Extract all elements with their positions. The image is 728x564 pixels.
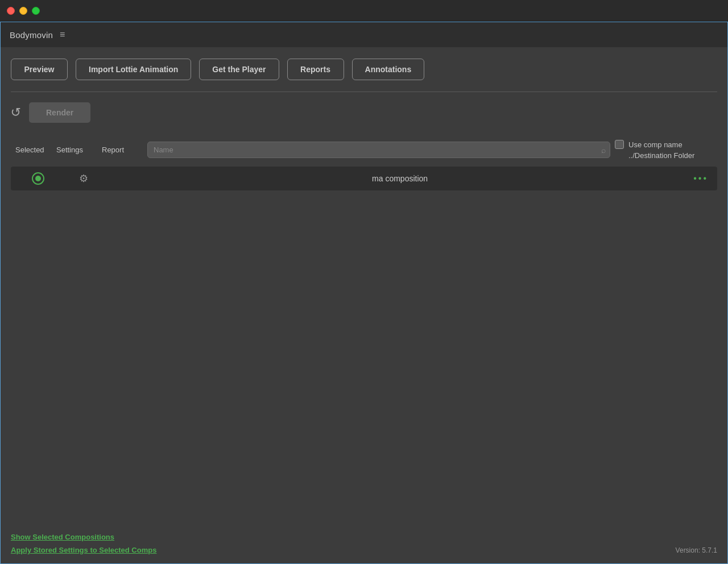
traffic-lights <box>7 7 40 15</box>
use-comp-name-label: Use comp name <box>628 140 682 149</box>
annotations-button[interactable]: Annotations <box>352 59 425 80</box>
menu-icon[interactable]: ≡ <box>60 30 65 40</box>
destination-folder-label: ../Destination Folder <box>615 151 694 160</box>
render-button[interactable]: Render <box>29 102 90 123</box>
title-bar <box>0 0 728 22</box>
show-selected-compositions-button[interactable]: Show Selected Compositions <box>11 533 156 541</box>
use-comp-name-row: Use comp name <box>615 140 682 149</box>
col-settings-header: Settings <box>56 146 102 154</box>
maximize-button[interactable] <box>32 7 40 15</box>
minimize-button[interactable] <box>19 7 27 15</box>
app-title: Bodymovin <box>10 30 53 40</box>
comp-selected-cell <box>15 172 61 185</box>
col-report-header: Report <box>102 146 147 154</box>
gear-icon: ⚙ <box>79 172 88 185</box>
footer: Show Selected Compositions Apply Stored … <box>1 525 727 563</box>
table-header: Selected Settings Report ⌕ Use comp name… <box>11 136 717 163</box>
toolbar: Preview Import Lottie Animation Get the … <box>1 47 727 92</box>
selected-circle-icon[interactable] <box>32 172 44 185</box>
import-lottie-button[interactable]: Import Lottie Animation <box>76 59 191 80</box>
table-body: ⚙ ma composition ••• <box>11 167 717 525</box>
search-container: ⌕ <box>147 142 610 158</box>
apply-stored-settings-button[interactable]: Apply Stored Settings to Selected Comps <box>11 546 156 554</box>
preview-button[interactable]: Preview <box>11 59 68 80</box>
more-options-icon[interactable]: ••• <box>693 173 713 184</box>
use-comp-name-checkbox[interactable] <box>615 140 624 149</box>
content-area: ↻ Render Selected Settings Report ⌕ Use … <box>1 92 727 525</box>
main-window: Bodymovin ≡ Preview Import Lottie Animat… <box>0 22 728 564</box>
get-player-button[interactable]: Get the Player <box>199 59 279 80</box>
version-label: Version: 5.7.1 <box>676 546 717 554</box>
footer-links: Show Selected Compositions Apply Stored … <box>11 533 156 554</box>
use-comp-name-area: Use comp name ../Destination Folder <box>615 140 717 160</box>
col-selected-header: Selected <box>11 146 56 154</box>
comp-settings-cell[interactable]: ⚙ <box>61 172 106 185</box>
reports-button[interactable]: Reports <box>287 59 344 80</box>
composition-name: ma composition <box>106 174 693 183</box>
table-row: ⚙ ma composition ••• <box>11 167 717 190</box>
app-header: Bodymovin ≡ <box>1 22 727 47</box>
close-button[interactable] <box>7 7 15 15</box>
search-input[interactable] <box>147 142 610 158</box>
render-row: ↻ Render <box>11 102 717 123</box>
refresh-icon[interactable]: ↻ <box>11 105 21 120</box>
